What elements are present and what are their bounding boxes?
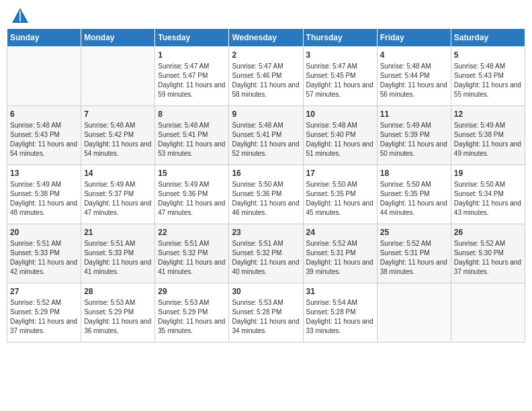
day-info: Sunrise: 5:50 AM Sunset: 5:35 PM Dayligh… [306, 180, 374, 218]
day-info: Sunrise: 5:51 AM Sunset: 5:32 PM Dayligh… [232, 239, 300, 277]
calendar-cell: 16Sunrise: 5:50 AM Sunset: 5:36 PM Dayli… [229, 165, 303, 224]
day-info: Sunrise: 5:48 AM Sunset: 5:42 PM Dayligh… [84, 121, 152, 158]
day-info: Sunrise: 5:48 AM Sunset: 5:41 PM Dayligh… [158, 121, 226, 158]
calendar-cell [7, 47, 81, 106]
logo [9, 7, 30, 23]
day-number: 10 [306, 109, 374, 120]
day-info: Sunrise: 5:53 AM Sunset: 5:29 PM Dayligh… [158, 298, 226, 336]
day-info: Sunrise: 5:54 AM Sunset: 5:28 PM Dayligh… [306, 298, 374, 336]
calendar-week-3: 13Sunrise: 5:49 AM Sunset: 5:38 PM Dayli… [7, 165, 525, 224]
day-number: 23 [232, 227, 300, 238]
calendar-cell: 6Sunrise: 5:48 AM Sunset: 5:43 PM Daylig… [7, 106, 81, 165]
calendar-table: SundayMondayTuesdayWednesdayThursdayFrid… [7, 28, 525, 342]
day-number: 20 [10, 227, 78, 238]
calendar-header: SundayMondayTuesdayWednesdayThursdayFrid… [7, 29, 525, 47]
calendar-body: 1Sunrise: 5:47 AM Sunset: 5:47 PM Daylig… [7, 47, 525, 342]
day-number: 29 [158, 286, 226, 297]
day-info: Sunrise: 5:53 AM Sunset: 5:28 PM Dayligh… [232, 298, 300, 336]
calendar-cell: 30Sunrise: 5:53 AM Sunset: 5:28 PM Dayli… [229, 283, 303, 342]
calendar-cell: 22Sunrise: 5:51 AM Sunset: 5:32 PM Dayli… [155, 224, 229, 283]
day-info: Sunrise: 5:49 AM Sunset: 5:38 PM Dayligh… [454, 121, 522, 158]
day-info: Sunrise: 5:52 AM Sunset: 5:30 PM Dayligh… [454, 239, 522, 277]
page-header [7, 7, 525, 23]
calendar-cell: 24Sunrise: 5:52 AM Sunset: 5:31 PM Dayli… [303, 224, 377, 283]
header-cell-sunday: Sunday [7, 29, 81, 47]
calendar-cell: 10Sunrise: 5:48 AM Sunset: 5:40 PM Dayli… [303, 106, 377, 165]
calendar-cell: 28Sunrise: 5:53 AM Sunset: 5:29 PM Dayli… [81, 283, 155, 342]
calendar-cell: 5Sunrise: 5:48 AM Sunset: 5:43 PM Daylig… [451, 47, 525, 106]
day-number: 13 [10, 168, 78, 179]
day-number: 17 [306, 168, 374, 179]
day-number: 3 [306, 50, 374, 60]
day-info: Sunrise: 5:51 AM Sunset: 5:33 PM Dayligh… [84, 239, 152, 277]
header-cell-thursday: Thursday [303, 29, 377, 47]
day-number: 30 [232, 286, 300, 297]
calendar-cell: 8Sunrise: 5:48 AM Sunset: 5:41 PM Daylig… [155, 106, 229, 165]
calendar-cell: 26Sunrise: 5:52 AM Sunset: 5:30 PM Dayli… [451, 224, 525, 283]
calendar-cell: 9Sunrise: 5:48 AM Sunset: 5:41 PM Daylig… [229, 106, 303, 165]
calendar-cell: 4Sunrise: 5:48 AM Sunset: 5:44 PM Daylig… [377, 47, 451, 106]
calendar-cell: 2Sunrise: 5:47 AM Sunset: 5:46 PM Daylig… [229, 47, 303, 106]
day-number: 7 [84, 109, 152, 120]
day-number: 6 [10, 109, 78, 120]
calendar-cell: 19Sunrise: 5:50 AM Sunset: 5:34 PM Dayli… [451, 165, 525, 224]
day-info: Sunrise: 5:52 AM Sunset: 5:29 PM Dayligh… [10, 298, 78, 336]
day-number: 8 [158, 109, 226, 120]
calendar-week-1: 1Sunrise: 5:47 AM Sunset: 5:47 PM Daylig… [7, 47, 525, 106]
calendar-cell: 7Sunrise: 5:48 AM Sunset: 5:42 PM Daylig… [81, 106, 155, 165]
day-number: 24 [306, 227, 374, 238]
day-info: Sunrise: 5:47 AM Sunset: 5:45 PM Dayligh… [306, 62, 374, 99]
calendar-cell: 11Sunrise: 5:49 AM Sunset: 5:39 PM Dayli… [377, 106, 451, 165]
calendar-cell: 20Sunrise: 5:51 AM Sunset: 5:33 PM Dayli… [7, 224, 81, 283]
header-row: SundayMondayTuesdayWednesdayThursdayFrid… [7, 29, 525, 47]
day-number: 5 [454, 50, 522, 60]
calendar-cell: 31Sunrise: 5:54 AM Sunset: 5:28 PM Dayli… [303, 283, 377, 342]
day-info: Sunrise: 5:50 AM Sunset: 5:35 PM Dayligh… [380, 180, 448, 218]
calendar-week-5: 27Sunrise: 5:52 AM Sunset: 5:29 PM Dayli… [7, 283, 525, 342]
day-number: 16 [232, 168, 300, 179]
calendar-cell [81, 47, 155, 106]
calendar-cell: 23Sunrise: 5:51 AM Sunset: 5:32 PM Dayli… [229, 224, 303, 283]
day-info: Sunrise: 5:47 AM Sunset: 5:47 PM Dayligh… [158, 62, 226, 99]
day-number: 2 [232, 50, 300, 60]
day-info: Sunrise: 5:47 AM Sunset: 5:46 PM Dayligh… [232, 62, 300, 99]
day-info: Sunrise: 5:49 AM Sunset: 5:37 PM Dayligh… [84, 180, 152, 218]
logo-icon [11, 7, 30, 26]
day-info: Sunrise: 5:51 AM Sunset: 5:33 PM Dayligh… [10, 239, 78, 277]
calendar-cell: 13Sunrise: 5:49 AM Sunset: 5:38 PM Dayli… [7, 165, 81, 224]
header-cell-tuesday: Tuesday [155, 29, 229, 47]
day-number: 31 [306, 286, 374, 297]
calendar-cell: 1Sunrise: 5:47 AM Sunset: 5:47 PM Daylig… [155, 47, 229, 106]
day-info: Sunrise: 5:48 AM Sunset: 5:43 PM Dayligh… [454, 62, 522, 99]
day-info: Sunrise: 5:52 AM Sunset: 5:31 PM Dayligh… [380, 239, 448, 277]
day-info: Sunrise: 5:48 AM Sunset: 5:40 PM Dayligh… [306, 121, 374, 158]
calendar-cell: 15Sunrise: 5:49 AM Sunset: 5:36 PM Dayli… [155, 165, 229, 224]
day-info: Sunrise: 5:50 AM Sunset: 5:36 PM Dayligh… [232, 180, 300, 218]
day-number: 14 [84, 168, 152, 179]
day-number: 22 [158, 227, 226, 238]
day-info: Sunrise: 5:53 AM Sunset: 5:29 PM Dayligh… [84, 298, 152, 336]
day-number: 12 [454, 109, 522, 120]
header-cell-wednesday: Wednesday [229, 29, 303, 47]
day-info: Sunrise: 5:49 AM Sunset: 5:36 PM Dayligh… [158, 180, 226, 218]
day-info: Sunrise: 5:49 AM Sunset: 5:38 PM Dayligh… [10, 180, 78, 218]
day-info: Sunrise: 5:48 AM Sunset: 5:44 PM Dayligh… [380, 62, 448, 99]
day-number: 11 [380, 109, 448, 120]
day-info: Sunrise: 5:52 AM Sunset: 5:31 PM Dayligh… [306, 239, 374, 277]
calendar-cell: 14Sunrise: 5:49 AM Sunset: 5:37 PM Dayli… [81, 165, 155, 224]
day-info: Sunrise: 5:51 AM Sunset: 5:32 PM Dayligh… [158, 239, 226, 277]
day-number: 1 [158, 50, 226, 60]
header-cell-saturday: Saturday [451, 29, 525, 47]
day-info: Sunrise: 5:48 AM Sunset: 5:41 PM Dayligh… [232, 121, 300, 158]
calendar-cell [377, 283, 451, 342]
calendar-cell: 12Sunrise: 5:49 AM Sunset: 5:38 PM Dayli… [451, 106, 525, 165]
calendar-week-4: 20Sunrise: 5:51 AM Sunset: 5:33 PM Dayli… [7, 224, 525, 283]
day-number: 28 [84, 286, 152, 297]
day-number: 27 [10, 286, 78, 297]
calendar-cell: 17Sunrise: 5:50 AM Sunset: 5:35 PM Dayli… [303, 165, 377, 224]
header-cell-monday: Monday [81, 29, 155, 47]
day-info: Sunrise: 5:49 AM Sunset: 5:39 PM Dayligh… [380, 121, 448, 158]
header-cell-friday: Friday [377, 29, 451, 47]
calendar-cell [451, 283, 525, 342]
day-info: Sunrise: 5:48 AM Sunset: 5:43 PM Dayligh… [10, 121, 78, 158]
